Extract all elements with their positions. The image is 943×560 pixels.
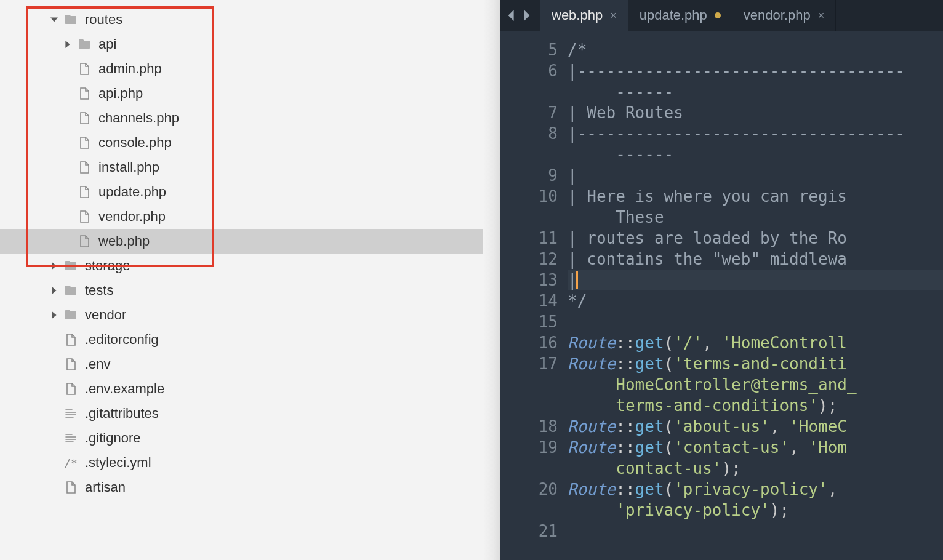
tree-folder-routes[interactable]: routes: [0, 7, 500, 32]
code-line[interactable]: [568, 311, 943, 332]
tree-file--env[interactable]: .env: [0, 352, 500, 377]
tab-nav-controls: [500, 0, 540, 31]
folder-icon: [62, 281, 80, 300]
tree-item-label: .gitignore: [85, 430, 141, 446]
code-line[interactable]: /*: [568, 39, 943, 60]
code-line[interactable]: | contains the "web" middlewa: [568, 249, 943, 270]
tree-file-admin-php[interactable]: admin.php: [0, 57, 500, 81]
editor-tab-update-php[interactable]: update.php: [628, 0, 732, 31]
tree-file--editorconfig[interactable]: .editorconfig: [0, 327, 500, 352]
code-line[interactable]: |: [568, 165, 943, 186]
code-line[interactable]: | Here is where you can regis: [568, 186, 943, 207]
code-line[interactable]: Route::get('contact-us', 'Hom: [568, 437, 943, 458]
file-tree-sidebar: routesapiadmin.phpapi.phpchannels.phpcon…: [0, 0, 500, 560]
tree-item-label: update.php: [98, 184, 166, 200]
tree-item-label: api: [98, 36, 116, 52]
chevron-right-icon[interactable]: [62, 38, 74, 50]
file-icon: [75, 109, 94, 127]
folder-icon: [62, 10, 80, 29]
tree-file--gitignore[interactable]: .gitignore: [0, 426, 500, 450]
file-icon: [62, 478, 80, 497]
tree-item-label: routes: [85, 12, 122, 28]
lines-icon: [62, 429, 80, 447]
tree-item-label: .env: [85, 356, 111, 372]
tree-item-label: install.php: [98, 159, 159, 175]
code-line-wrap[interactable]: 'privacy-policy');: [568, 500, 943, 521]
lines-icon: [62, 404, 80, 423]
close-icon[interactable]: ×: [610, 9, 617, 22]
chevron-right-icon[interactable]: [48, 260, 60, 272]
tree-folder-storage[interactable]: storage: [0, 254, 500, 278]
tree-item-label: channels.php: [98, 110, 179, 126]
tree-file--gitattributes[interactable]: .gitattributes: [0, 401, 500, 426]
code-prefix-icon: /*: [62, 454, 80, 472]
tree-file-vendor-php[interactable]: vendor.php: [0, 204, 500, 229]
tree-item-label: web.php: [98, 233, 150, 249]
editor-body[interactable]: 56.78.910.11121314151617..1819.20.21 /*|…: [500, 31, 943, 560]
code-line[interactable]: Route::get('/', 'HomeControll: [568, 332, 943, 353]
code-line[interactable]: */: [568, 290, 943, 311]
code-line[interactable]: | Web Routes: [568, 102, 943, 123]
code-line-wrap[interactable]: HomeController@terms_and_: [568, 374, 943, 395]
file-icon: [75, 183, 94, 201]
tree-item-label: vendor.php: [98, 209, 166, 225]
chevron-right-icon[interactable]: [48, 284, 60, 297]
tree-file--env-example[interactable]: .env.example: [0, 377, 500, 401]
tree-folder-tests[interactable]: tests: [0, 278, 500, 303]
editor-tab-web-php[interactable]: web.php×: [540, 0, 628, 31]
tree-item-label: tests: [85, 282, 113, 298]
code-line-wrap[interactable]: These: [568, 207, 943, 228]
tree-folder-api[interactable]: api: [0, 32, 500, 57]
tree-item-label: .editorconfig: [85, 332, 159, 348]
tree-item-label: .gitattributes: [85, 406, 159, 422]
tab-history-back-icon[interactable]: [506, 6, 517, 25]
file-icon: [75, 232, 94, 250]
file-icon: [75, 60, 94, 78]
tree-item-label: vendor: [85, 307, 126, 323]
tree-file--styleci-yml[interactable]: /*.styleci.yml: [0, 450, 500, 475]
code-line[interactable]: |----------------------------------: [568, 60, 943, 81]
file-icon: [75, 84, 94, 103]
code-line[interactable]: Route::get('about-us', 'HomeC: [568, 416, 943, 437]
text-cursor: [576, 271, 578, 289]
tree-file-console-php[interactable]: console.php: [0, 130, 500, 155]
code-line-wrap[interactable]: ------: [568, 144, 943, 165]
tab-label: vendor.php: [744, 7, 811, 23]
tree-item-label: console.php: [98, 135, 172, 151]
code-line-wrap[interactable]: contact-us');: [568, 458, 943, 479]
tree-folder-vendor[interactable]: vendor: [0, 303, 500, 327]
code-line-wrap[interactable]: terms-and-conditions');: [568, 395, 943, 416]
editor-code-area[interactable]: /*|---------------------------------- --…: [568, 31, 943, 560]
folder-icon: [62, 257, 80, 275]
file-icon: [75, 134, 94, 152]
tab-label: update.php: [640, 7, 707, 23]
code-line[interactable]: | routes are loaded by the Ro: [568, 228, 943, 249]
code-line-wrap[interactable]: ------: [568, 81, 943, 102]
chevron-down-icon[interactable]: [48, 14, 60, 26]
file-icon: [75, 158, 94, 177]
editor-tab-vendor-php[interactable]: vendor.php×: [732, 0, 836, 31]
tree-file-api-php[interactable]: api.php: [0, 81, 500, 106]
file-icon: [62, 330, 80, 349]
tree-item-label: .env.example: [85, 381, 164, 397]
code-line[interactable]: [568, 521, 943, 542]
tree-file-channels-php[interactable]: channels.php: [0, 106, 500, 130]
tab-history-forward-icon[interactable]: [521, 6, 532, 25]
chevron-right-icon[interactable]: [48, 309, 60, 321]
tree-file-web-php[interactable]: web.php: [0, 229, 500, 254]
sidebar-scrollbar[interactable]: [483, 0, 500, 560]
tree-file-artisan[interactable]: artisan: [0, 475, 500, 500]
file-icon: [62, 380, 80, 398]
code-line[interactable]: |----------------------------------: [568, 123, 943, 144]
tree-file-install-php[interactable]: install.php: [0, 155, 500, 180]
editor-tab-bar: web.php×update.phpvendor.php×: [500, 0, 943, 31]
close-icon[interactable]: ×: [818, 9, 825, 22]
tree-item-label: admin.php: [98, 61, 162, 77]
editor-pane: web.php×update.phpvendor.php× 56.78.910.…: [500, 0, 943, 560]
tree-file-update-php[interactable]: update.php: [0, 180, 500, 204]
code-line[interactable]: Route::get('privacy-policy',: [568, 479, 943, 500]
folder-icon: [75, 35, 94, 54]
tree-item-label: .styleci.yml: [85, 455, 151, 471]
code-line[interactable]: Route::get('terms-and-conditi: [568, 353, 943, 374]
code-line[interactable]: |: [568, 270, 943, 290]
